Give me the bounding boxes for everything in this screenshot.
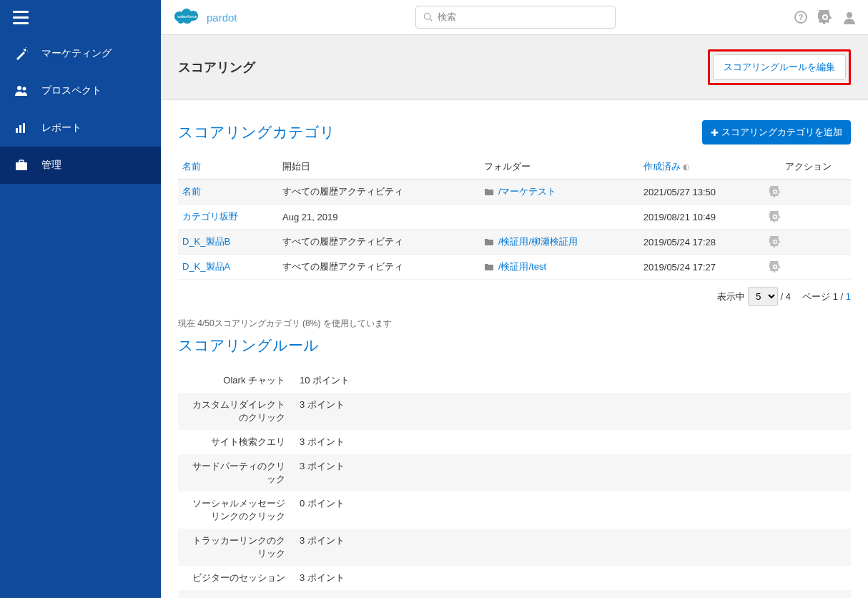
nav-marketing[interactable]: マーケティング	[0, 35, 161, 72]
start-date: すべての履歴アクティビティ	[278, 230, 480, 255]
row-actions-button[interactable]	[765, 230, 851, 255]
rule-row: カスタムリダイレクトのクリック3 ポイント	[178, 393, 851, 430]
rule-label: Olark チャット	[178, 368, 292, 393]
rule-row: サードパーティのクリック3 ポイント	[178, 454, 851, 491]
page-header: スコアリング スコアリングルールを編集	[161, 34, 868, 100]
nav-label: レポート	[41, 122, 82, 134]
rule-value: 10 ポイント	[292, 368, 851, 393]
page-label: ページ	[802, 291, 830, 302]
svg-rect-4	[23, 123, 25, 133]
category-name-link[interactable]: D_K_製品B	[182, 236, 230, 247]
rule-label: サードパーティのクリック	[178, 454, 292, 491]
table-row: カテゴリ坂野 Aug 21, 2019 2019/08/21 10:49	[178, 205, 851, 230]
row-actions-button[interactable]	[765, 255, 851, 280]
rule-row: ソーシャルメッセージリンクのクリック0 ポイント	[178, 491, 851, 529]
rule-row: トラッカーリンクのクリック3 ポイント	[178, 529, 851, 566]
svg-point-12	[847, 12, 852, 18]
search-placeholder: 検索	[438, 11, 456, 24]
rule-value: 3 ポイント	[292, 590, 851, 598]
salesforce-cloud-icon: salesforce	[172, 7, 202, 27]
folder-icon	[484, 237, 494, 246]
edit-scoring-rules-button[interactable]: スコアリングルールを編集	[713, 54, 846, 80]
topbar: salesforce pardot 検索 ?	[161, 0, 868, 34]
table-row: 名前 すべての履歴アクティビティ /マーケテスト 2021/05/27 13:5…	[178, 180, 851, 205]
categories-table: 名前 開始日 フォルダー 作成済み ◐ アクション 名前 すべての履歴アクティビ…	[178, 155, 851, 280]
col-start[interactable]: 開始日	[278, 155, 480, 180]
svg-point-1	[23, 87, 26, 91]
rules-title: スコアリングルール	[178, 335, 851, 356]
rule-label: サイト検索クエリ	[178, 430, 292, 454]
start-date: すべての履歴アクティビティ	[278, 180, 480, 205]
search-icon	[423, 12, 433, 22]
folder-link[interactable]: /検証用/柳瀬検証用	[498, 235, 578, 248]
hamburger-icon	[13, 11, 29, 24]
brand-name: pardot	[207, 11, 237, 24]
row-actions-button[interactable]	[765, 205, 851, 230]
highlight-frame: スコアリングルールを編集	[708, 49, 851, 85]
rule-label: ソーシャルメッセージリンクのクリック	[178, 491, 292, 529]
rule-row: サイト検索クエリ3 ポイント	[178, 430, 851, 454]
start-date: すべての履歴アクティビティ	[278, 255, 480, 280]
row-actions-button[interactable]	[765, 180, 851, 205]
svg-rect-5	[16, 162, 27, 170]
wand-icon	[14, 46, 29, 61]
col-created[interactable]: 作成済み ◐	[639, 155, 765, 180]
svg-text:salesforce: salesforce	[177, 14, 197, 19]
col-folder[interactable]: フォルダー	[480, 155, 639, 180]
rule-value: 3 ポイント	[292, 454, 851, 491]
rule-value: 0 ポイント	[292, 491, 851, 529]
pager: 表示中 5 / 4 ページ 1 / 1	[178, 287, 851, 306]
briefcase-icon	[14, 158, 29, 172]
rule-label: ファイルアクセス	[178, 590, 292, 598]
svg-rect-2	[16, 128, 18, 133]
help-icon[interactable]: ?	[794, 10, 808, 24]
page-title: スコアリング	[178, 59, 255, 76]
menu-toggle[interactable]	[0, 0, 161, 35]
table-row: D_K_製品B すべての履歴アクティビティ /検証用/柳瀬検証用 2019/05…	[178, 230, 851, 255]
page-size-select[interactable]: 5	[748, 287, 778, 306]
rule-label: カスタムリダイレクトのクリック	[178, 393, 292, 430]
svg-point-0	[17, 86, 21, 90]
user-icon[interactable]	[842, 10, 857, 24]
created-date: 2019/08/21 10:49	[639, 205, 765, 230]
search-input[interactable]: 検索	[415, 6, 616, 29]
col-action: アクション	[765, 155, 851, 180]
folder-icon	[484, 263, 494, 271]
svg-text:?: ?	[799, 13, 804, 21]
categories-title: スコアリングカテゴリ	[178, 122, 335, 142]
category-name-link[interactable]: カテゴリ坂野	[182, 211, 238, 222]
add-category-label: スコアリングカテゴリを追加	[721, 126, 842, 139]
category-name-link[interactable]: D_K_製品A	[182, 261, 230, 272]
rule-value: 3 ポイント	[292, 393, 851, 430]
folder-link[interactable]: /マーケテスト	[498, 185, 557, 198]
brand-logo[interactable]: salesforce pardot	[172, 7, 237, 27]
add-category-button[interactable]: ✚ スコアリングカテゴリを追加	[702, 120, 851, 144]
rule-value: 3 ポイント	[292, 529, 851, 566]
created-date: 2019/05/24 17:27	[639, 255, 765, 280]
settings-icon[interactable]	[818, 10, 832, 24]
showing-label: 表示中	[717, 291, 745, 302]
start-date: Aug 21, 2019	[278, 205, 480, 230]
folder-icon	[484, 187, 494, 196]
created-date: 2021/05/27 13:50	[639, 180, 765, 205]
nav-admin[interactable]: 管理	[0, 147, 161, 184]
rule-label: トラッカーリンクのクリック	[178, 529, 292, 566]
chart-icon	[14, 121, 29, 135]
plus-icon: ✚	[711, 127, 719, 138]
svg-line-9	[430, 19, 432, 21]
total-count: 4	[786, 291, 791, 302]
folder-link[interactable]: /検証用/test	[498, 260, 546, 273]
nav-prospect[interactable]: プロスペクト	[0, 72, 161, 109]
sidebar: マーケティングプロスペクトレポート管理	[0, 0, 161, 598]
users-icon	[14, 84, 29, 98]
svg-rect-6	[19, 160, 24, 162]
category-name-link[interactable]: 名前	[182, 186, 201, 197]
total-pages[interactable]: 1	[846, 291, 851, 302]
rule-row: ファイルアクセス3 ポイント	[178, 590, 851, 598]
rule-row: ビジターのセッション3 ポイント	[178, 566, 851, 590]
col-name[interactable]: 名前	[178, 155, 278, 180]
rules-table: Olark チャット10 ポイントカスタムリダイレクトのクリック3 ポイントサイ…	[178, 368, 851, 598]
rule-value: 3 ポイント	[292, 430, 851, 454]
rule-label: ビジターのセッション	[178, 566, 292, 590]
nav-report[interactable]: レポート	[0, 109, 161, 147]
